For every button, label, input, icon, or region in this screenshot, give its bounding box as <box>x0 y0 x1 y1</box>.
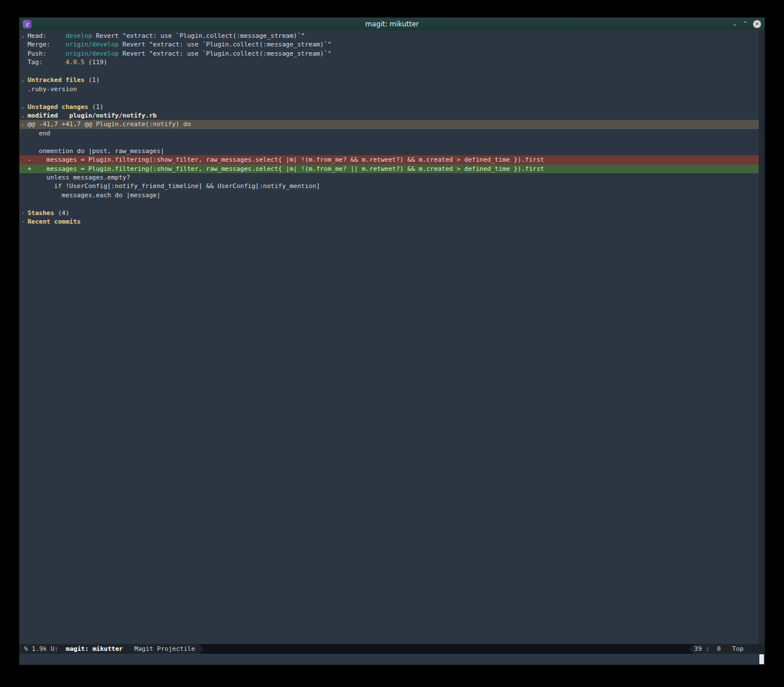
line-text: Merge: origin/develop Revert "extract: u… <box>28 40 331 49</box>
line-text: onmention do |post, raw_messages| <box>28 147 164 155</box>
modeline-left-segment: % 1.9k U: magit: mikutter Magit Projecti… <box>19 644 199 654</box>
modeline-text: magit: mikutter <box>66 645 123 653</box>
fringe-space <box>19 155 28 164</box>
diff-context-line[interactable]: unless messages.empty? <box>19 173 759 182</box>
fringe-space <box>19 49 28 58</box>
fringe-space <box>19 138 28 146</box>
line-text: Push: origin/develop Revert "extract: us… <box>28 49 331 58</box>
diff-context-line[interactable]: if !UserConfig[:notify_friend_timeline] … <box>19 182 759 190</box>
diff-added-line[interactable]: + messages = Plugin.filtering(:show_filt… <box>19 165 759 173</box>
close-button[interactable]: ✕ <box>753 20 761 28</box>
emacs-window: ε magit: mikutter ⌄ ⌃ ✕ ⌄Head: develop R… <box>19 17 765 665</box>
expanded-section-icon[interactable]: ⌄ <box>19 111 28 120</box>
fringe-space <box>19 147 28 155</box>
diff-context-line[interactable]: end <box>19 129 759 138</box>
fringe-space <box>19 182 28 190</box>
fringe-space <box>19 58 28 67</box>
modeline-text: Magit Projectile <box>123 645 198 653</box>
emacs-icon[interactable]: ε <box>23 20 32 29</box>
line-text: @@ -41,7 +41,7 @@ Plugin.create(:notify)… <box>28 120 191 128</box>
diff-context-line[interactable]: messages.each do |message| <box>19 191 759 200</box>
line-text: Stashes (4) <box>28 209 69 217</box>
fringe-space <box>19 85 28 93</box>
diff-context-line[interactable]: onmention do |post, raw_messages| <box>19 147 759 155</box>
line-text: modified plugin/notify/notify.rb <box>28 111 157 120</box>
line-text: .ruby-version <box>28 85 77 93</box>
line-text: if !UserConfig[:notify_friend_timeline] … <box>28 182 320 190</box>
push-branch-line[interactable]: Push: origin/develop Revert "extract: us… <box>19 49 759 58</box>
modeline-text: 39 : 0 Top <box>694 645 747 653</box>
frame-content: ⌄Head: develop Revert "extract: use `Plu… <box>19 30 765 644</box>
blank-line <box>19 138 759 146</box>
line-text: unless messages.empty? <box>28 173 130 182</box>
minimize-button[interactable]: ⌄ <box>732 20 738 28</box>
line-text: + messages = Plugin.filtering(:show_filt… <box>28 165 544 173</box>
line-text: messages.each do |message| <box>28 191 161 200</box>
fringe-space <box>19 93 28 102</box>
line-text: - messages = Plugin.filtering(:show_filt… <box>28 155 544 164</box>
expanded-section-icon[interactable]: ⌄ <box>19 103 28 111</box>
powerline-right-arrow-icon <box>199 644 204 654</box>
line-text: Unstaged changes (1) <box>28 103 103 111</box>
fringe-space <box>19 129 28 138</box>
powerline-left-arrow-icon <box>689 644 694 654</box>
diff-removed-line[interactable]: - messages = Plugin.filtering(:show_filt… <box>19 155 759 164</box>
magit-status-buffer[interactable]: ⌄Head: develop Revert "extract: use `Plu… <box>19 30 759 644</box>
titlebar[interactable]: ε magit: mikutter ⌄ ⌃ ✕ <box>19 18 765 30</box>
line-text: Recent commits <box>28 217 81 226</box>
fringe-space <box>19 165 28 173</box>
line-text: Head: develop Revert "extract: use `Plug… <box>28 32 305 40</box>
line-text <box>28 93 32 102</box>
expanded-section-icon[interactable]: ⌄ <box>19 76 28 84</box>
minibuffer[interactable] <box>19 654 765 665</box>
line-text <box>28 200 32 208</box>
collapsed-section-icon[interactable]: › <box>19 209 28 217</box>
line-text: end <box>28 129 50 138</box>
expanded-section-icon[interactable]: ⌄ <box>19 32 28 40</box>
modeline[interactable]: % 1.9k U: magit: mikutter Magit Projecti… <box>19 644 765 654</box>
fringe-space <box>19 173 28 182</box>
window-controls: ⌄ ⌃ ✕ <box>732 20 761 28</box>
collapsed-section-icon[interactable]: › <box>19 217 28 226</box>
close-icon: ✕ <box>755 21 759 27</box>
fringe-space <box>19 67 28 76</box>
merge-branch-line[interactable]: Merge: origin/develop Revert "extract: u… <box>19 40 759 49</box>
fringe-space <box>19 200 28 208</box>
blank-line <box>19 200 759 208</box>
fringe-space <box>19 191 28 200</box>
line-text <box>28 138 32 146</box>
modeline-right-segment: 39 : 0 Top <box>694 644 765 654</box>
head-branch-line[interactable]: ⌄Head: develop Revert "extract: use `Plu… <box>19 32 759 40</box>
main-scrollbar[interactable] <box>759 30 765 644</box>
blank-line <box>19 67 759 76</box>
diff-file-heading[interactable]: ⌄modified plugin/notify/notify.rb <box>19 111 759 120</box>
buffer-lines: ⌄Head: develop Revert "extract: use `Plu… <box>19 32 759 227</box>
maximize-button[interactable]: ⌃ <box>743 20 748 28</box>
untracked-file-item[interactable]: .ruby-version <box>19 85 759 93</box>
recent-commits-heading[interactable]: ›Recent commits <box>19 217 759 226</box>
minibuffer-scrollbar-thumb[interactable] <box>759 654 764 664</box>
stashes-heading[interactable]: ›Stashes (4) <box>19 209 759 217</box>
untracked-files-heading[interactable]: ⌄Untracked files (1) <box>19 76 759 84</box>
line-text: Untracked files (1) <box>28 76 100 84</box>
window-title: magit: mikutter <box>19 20 765 28</box>
line-text <box>28 67 32 76</box>
expanded-section-icon[interactable]: ⌄ <box>19 120 28 128</box>
line-text: Tag: 4.0.5 (119) <box>28 58 107 67</box>
hunk-heading[interactable]: ⌄@@ -41,7 +41,7 @@ Plugin.create(:notify… <box>19 120 759 128</box>
blank-line <box>19 93 759 102</box>
modeline-text: % 1.9k U: <box>24 645 66 653</box>
unstaged-changes-heading[interactable]: ⌄Unstaged changes (1) <box>19 103 759 111</box>
fringe-space <box>19 40 28 49</box>
tag-line[interactable]: Tag: 4.0.5 (119) <box>19 58 759 67</box>
